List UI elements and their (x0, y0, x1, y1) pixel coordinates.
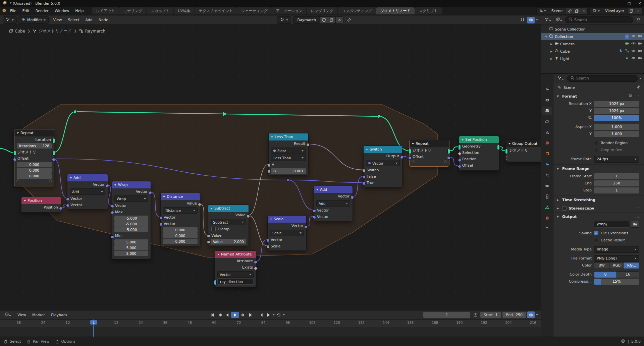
checkbox[interactable] (594, 148, 598, 152)
disable-render-toggle[interactable] (638, 34, 642, 39)
loop-dropdown-icon[interactable] (283, 314, 285, 315)
properties-filter-dropdown-icon[interactable] (640, 78, 642, 79)
input-socket[interactable] (111, 211, 114, 214)
collection-checkbox[interactable]: ✓ (625, 35, 629, 39)
node-number-field[interactable]: 0.000 (163, 233, 198, 238)
node-number-field[interactable]: 5.000 (114, 251, 148, 256)
output-socket[interactable] (52, 158, 55, 161)
node-number-field[interactable]: 5.000 (114, 245, 148, 250)
node-editor-menu-node[interactable]: Node (96, 17, 111, 23)
input-socket[interactable] (214, 280, 217, 285)
output-socket[interactable] (304, 225, 308, 229)
workspace-tab[interactable]: レイアウト (92, 7, 119, 14)
viewlayer-name[interactable]: ViewLayer (602, 9, 628, 13)
workspace-tab[interactable]: シェーディング (237, 7, 272, 14)
context-pin-icon[interactable] (636, 85, 641, 90)
properties-tab-constraints[interactable] (542, 192, 552, 201)
workspace-tab[interactable]: ジオメトリノード (376, 7, 415, 14)
outliner-row-cube[interactable]: ▶Cube (541, 48, 644, 55)
node-context-dropdown[interactable]: Modifier (18, 16, 49, 24)
breadcrumb-item[interactable]: Raymarch (79, 29, 105, 34)
node-add-2[interactable]: AddVectorAddVectorVector (314, 186, 353, 221)
slider-field[interactable]: 100% (594, 115, 639, 121)
group-unlink-icon[interactable]: ✕ (335, 17, 343, 23)
node-canvas[interactable]: Cube❯ジオメトリノード❯Raymarch RepeatIterationIt… (0, 25, 541, 310)
panel-header-time-stretching[interactable]: ▶Time Stretching (553, 195, 644, 204)
node-dropdown[interactable]: Distance (163, 207, 198, 214)
outliner-search-input[interactable]: Search (565, 16, 633, 23)
workspace-tab[interactable]: コンポジティング (338, 7, 376, 14)
node-editor-menu-select[interactable]: Select (65, 17, 83, 23)
node-header[interactable]: Set Position (459, 136, 499, 143)
segment-option[interactable]: RG... (624, 263, 639, 269)
node-text-field[interactable]: ray_direction (217, 278, 254, 285)
dropdown-field[interactable]: Image (594, 246, 639, 253)
breadcrumb-item[interactable]: ジオメトリノード (33, 28, 71, 34)
value-field[interactable]: 1 (594, 187, 639, 193)
input-socket[interactable] (207, 240, 210, 244)
properties-editor-type-dropdown[interactable] (556, 75, 566, 82)
node-dropdown[interactable]: Add (70, 188, 105, 195)
output-socket[interactable] (247, 215, 250, 218)
editor-type-dropdown[interactable] (3, 16, 17, 24)
scene-pin-icon[interactable] (566, 8, 573, 14)
workspace-tab[interactable]: アニメーション (272, 7, 307, 14)
snap-icon[interactable] (519, 17, 526, 23)
node-number-field[interactable]: Iterations128 (17, 143, 52, 149)
node-subtract[interactable]: SubtractValueSubtractClampValueValue2.00… (208, 205, 249, 246)
input-socket[interactable] (362, 175, 366, 179)
scene-browse-dropdown[interactable] (537, 8, 548, 14)
outliner-row-camera[interactable]: ▶Camera (541, 40, 644, 48)
node-number-field[interactable]: 0.000 (163, 239, 198, 244)
sync-icon[interactable] (527, 311, 535, 318)
timeline-menu-playback[interactable]: Playback (48, 312, 70, 318)
minimize-button[interactable]: – (618, 1, 620, 6)
sync-dropdown-icon[interactable] (536, 314, 538, 315)
node-repeat-2[interactable]: RepeatジオメトリOffset (409, 140, 449, 167)
outliner-row-light[interactable]: ▶Light (541, 55, 644, 62)
workspace-tab[interactable]: スカルプト (147, 7, 173, 14)
properties-tab-object[interactable] (542, 150, 552, 158)
checkbox[interactable]: ✓ (594, 231, 598, 235)
input-socket[interactable] (13, 151, 16, 156)
reroute-node[interactable] (377, 115, 380, 118)
node-number-field[interactable]: 0.000 (17, 168, 52, 173)
input-socket[interactable] (313, 209, 316, 213)
output-socket[interactable] (306, 143, 310, 147)
node-header[interactable]: Scale (268, 216, 306, 223)
current-frame-playhead[interactable]: 1 (90, 320, 97, 325)
node-group-name[interactable]: Raymarch (293, 18, 320, 22)
node-dropdown[interactable]: Add (316, 200, 350, 207)
node-dropdown[interactable]: Float (271, 148, 306, 154)
node-header[interactable]: Position (21, 197, 61, 204)
timeline-editor-type-dropdown[interactable] (3, 311, 13, 318)
input-socket[interactable] (362, 169, 366, 172)
output-socket[interactable] (106, 184, 109, 187)
workspace-tab[interactable]: テクスチャペイント (195, 7, 237, 14)
input-socket[interactable] (111, 235, 114, 239)
node-set-position[interactable]: Set PositionGeometrySelectionPositionOff… (459, 136, 499, 171)
outliner-editor-type-dropdown[interactable] (543, 16, 553, 23)
node-wrap[interactable]: WrapVectorWrapVectorMax-5.000-5.000-5.00… (112, 181, 151, 259)
play-reverse-button[interactable] (224, 312, 230, 318)
node-number-field[interactable]: 0.000 (17, 162, 52, 167)
expand-caret-icon[interactable]: ▶ (550, 50, 553, 53)
reroute-node[interactable] (287, 179, 290, 182)
jump-to-start-button[interactable] (209, 312, 216, 318)
input-socket[interactable] (111, 205, 114, 208)
properties-tab-particles[interactable] (542, 171, 552, 179)
workspace-tab[interactable]: スクリプト (415, 7, 442, 14)
node-scale[interactable]: ScaleVectorScaleVectorScale (267, 215, 307, 251)
node-resize-grips[interactable] (410, 160, 449, 164)
input-socket[interactable] (159, 216, 163, 220)
node-distance[interactable]: DistanceValueDistanceVectorVector0.0000.… (160, 193, 200, 246)
blender-menu-icon[interactable] (2, 8, 6, 14)
pin-icon[interactable] (345, 17, 353, 23)
jump-to-end-button[interactable] (247, 312, 254, 318)
value-field[interactable]: 1.000 (594, 124, 639, 130)
frame-forward-button[interactable] (265, 312, 272, 318)
node-dropdown[interactable]: Subtract (211, 219, 246, 225)
properties-tab-physics[interactable] (542, 182, 552, 190)
output-socket[interactable] (254, 261, 257, 264)
expand-caret-icon[interactable]: ▶ (550, 43, 553, 46)
